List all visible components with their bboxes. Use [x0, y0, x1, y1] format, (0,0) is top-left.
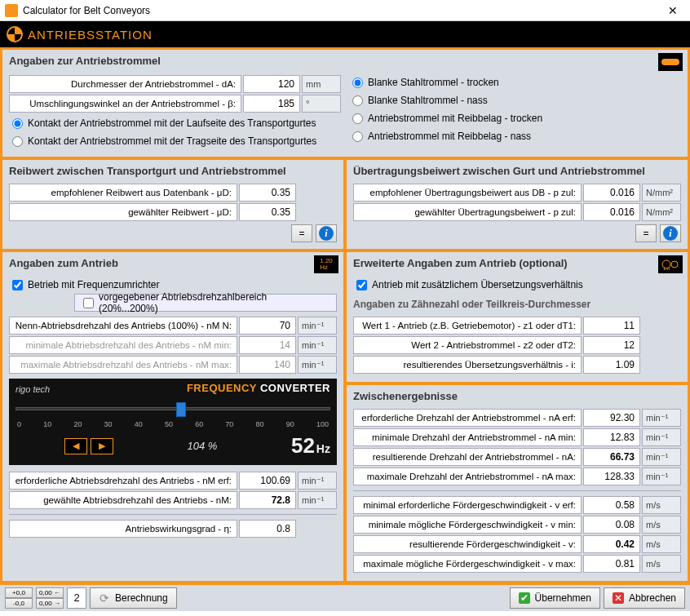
- panel-drive: Angaben zum Antrieb 1.20Hz Betrieb mit F…: [2, 251, 344, 582]
- trans-db-label: empfohlener Übertragungsbeiwert aus DB -…: [353, 184, 582, 202]
- res-na-value: 66.73: [583, 448, 640, 466]
- frequency-converter-widget: rigo tech FREQUENCY CONVERTER 0102030405…: [9, 379, 337, 465]
- trans-info-button[interactable]: i: [660, 224, 681, 242]
- brand-label: rigo tech: [15, 384, 50, 394]
- contact-run-side-radio[interactable]: [12, 118, 23, 129]
- required-speed-label: erforderliche Abtriebsdrehzahl des Antri…: [9, 472, 237, 490]
- res-na-label: resultierende Drehzahl der Antriebstromm…: [353, 448, 582, 466]
- z2-input[interactable]: [583, 336, 640, 354]
- surface-steel-dry-radio[interactable]: [352, 78, 363, 88]
- x-icon: ✕: [613, 592, 624, 604]
- apply-button[interactable]: ✔ Übernehmen: [510, 587, 600, 609]
- trans-equal-button[interactable]: =: [635, 224, 657, 242]
- res-na-min-value: 12.83: [583, 428, 640, 446]
- app-icon: [5, 4, 18, 17]
- drum-icon: [658, 53, 683, 71]
- info-icon: i: [319, 226, 334, 241]
- friction-info-button[interactable]: i: [316, 224, 337, 242]
- efficiency-input[interactable]: [239, 520, 296, 538]
- freq-percent: 104 %: [188, 440, 218, 452]
- chosen-speed-input[interactable]: [239, 491, 296, 509]
- preset-range-checkbox[interactable]: [83, 298, 94, 308]
- frequency-slider[interactable]: [15, 399, 330, 419]
- wrap-angle-unit: °: [302, 95, 341, 113]
- speed-unit: min⁻¹: [298, 317, 337, 335]
- friction-chosen-label: gewählter Reibwert - μD:: [9, 203, 237, 221]
- res-v-label: resultierende Fördergeschwindigkeit - v:: [353, 535, 582, 553]
- trans-db-value: 0.016: [583, 184, 640, 202]
- surface-steel-wet-label: Blanke Stahltrommel - nass: [368, 95, 488, 106]
- diameter-input[interactable]: [243, 75, 300, 93]
- contact-carry-side-label: Kontakt der Antriebstrommel mit der Trag…: [28, 135, 316, 147]
- surface-lagging-wet-radio[interactable]: [352, 131, 363, 142]
- info-icon: i: [663, 226, 678, 241]
- nominal-speed-input[interactable]: [239, 317, 296, 335]
- precision-less-button[interactable]: 0,00 ←: [36, 587, 64, 598]
- res-na-min-label: minimale Drehzahl der Antriebstrommel - …: [353, 428, 582, 446]
- gear-ratio-icon: 1:n: [658, 255, 683, 273]
- ratio-label: resultierendes Übersetzungsverhältnis - …: [353, 356, 582, 374]
- res-na-max-value: 128.33: [583, 468, 640, 485]
- res-v-req-value: 0.58: [583, 496, 640, 514]
- section-header: ANTRIEBSSTATION: [0, 21, 690, 47]
- header-title: ANTRIEBSSTATION: [28, 28, 153, 42]
- panel-title: Zwischenergebnisse: [353, 390, 681, 402]
- panel-drive-extended: Erweiterte Angaben zum Antrieb (optional…: [346, 251, 688, 383]
- panel-transmission: Übertragungsbeiwert zwischen Gurt und An…: [346, 159, 688, 250]
- surface-steel-dry-label: Blanke Stahltrommel - trocken: [368, 77, 499, 88]
- speed-unit: min⁻¹: [298, 491, 337, 509]
- precision-more-button[interactable]: 0,00 →: [36, 598, 64, 609]
- res-na-max-label: maximale Drehzahl der Antriebstrommel - …: [353, 468, 582, 485]
- friction-chosen-input[interactable]: [239, 203, 296, 221]
- z1-input[interactable]: [583, 317, 640, 335]
- precision-dec-button[interactable]: -0,0: [5, 598, 33, 609]
- diameter-label: Durchmesser der Antriebstrommel - dA:: [9, 75, 241, 93]
- surface-steel-wet-radio[interactable]: [352, 95, 363, 106]
- friction-db-label: empfohlener Reibwert aus Datenbank - μD:: [9, 184, 237, 202]
- cancel-button[interactable]: ✕ Abbrechen: [604, 587, 685, 609]
- res-v-req-label: minimal erforderliche Fördergeschwindigk…: [353, 496, 582, 514]
- efficiency-label: Antriebswirkungsgrad - η:: [9, 520, 237, 538]
- z2-label: Wert 2 - Antriebstrommel - z2 oder dT2:: [353, 336, 582, 354]
- surface-lagging-dry-radio[interactable]: [352, 113, 363, 124]
- calculate-button[interactable]: ⟳ Berechnung: [90, 587, 177, 609]
- extra-ratio-checkbox[interactable]: [356, 280, 367, 290]
- surface-lagging-dry-label: Antriebstrommel mit Reibbelag - trocken: [368, 113, 542, 124]
- close-icon[interactable]: ✕: [661, 4, 685, 17]
- panel-title: Reibwert zwischen Transportgurt und Antr…: [9, 165, 337, 177]
- check-icon: ✔: [519, 592, 530, 604]
- friction-equal-button[interactable]: =: [291, 224, 312, 242]
- svg-point-3: [671, 261, 678, 268]
- use-vfd-checkbox[interactable]: [12, 280, 23, 290]
- trans-unit: N/mm²: [642, 203, 681, 221]
- panel-title: Angaben zur Antriebstrommel: [9, 55, 681, 67]
- res-v-max-label: maximale mögliche Fördergeschwindigkeit …: [353, 555, 582, 573]
- res-v-min-label: minimale mögliche Fördergeschwindigkeit …: [353, 516, 582, 534]
- svg-text:1:n: 1:n: [663, 266, 670, 271]
- min-speed-label: minimale Abtriebsdrehzahl des Antriebs -…: [9, 336, 237, 354]
- chosen-speed-label: gewählte Abtriebsdrehzahl des Antriebs -…: [9, 491, 237, 509]
- speed-unit: min⁻¹: [298, 336, 337, 354]
- sub-title: Angaben zu Zähnezahl oder Teilkreis-Durc…: [353, 299, 681, 310]
- svg-rect-1: [661, 59, 679, 65]
- min-speed-value: 14: [239, 336, 296, 354]
- precision-inc-button[interactable]: +0,0: [5, 587, 33, 598]
- z1-label: Wert 1 - Antrieb (z.B. Getriebemotor) - …: [353, 317, 582, 335]
- slider-ticks: 0102030405060708090100: [15, 420, 330, 428]
- contact-carry-side-radio[interactable]: [12, 136, 23, 147]
- wrap-angle-input[interactable]: [243, 95, 300, 113]
- fc-title: FREQUENCY CONVERTER: [187, 382, 330, 394]
- preset-range-label: vorgegebener Abtriebsdrehzahlbereich (20…: [99, 291, 328, 314]
- max-speed-label: maximale Abtriebsdrehzahl des Antriebs -…: [9, 356, 237, 374]
- refresh-icon: ⟳: [99, 592, 110, 604]
- freq-decrease-button[interactable]: ◀: [64, 438, 87, 454]
- nominal-speed-label: Nenn-Abtriebsdrehzahl des Antriebs (100%…: [9, 317, 237, 335]
- surface-lagging-wet-label: Antriebstrommel mit Reibbelag - nass: [368, 131, 531, 142]
- freq-increase-button[interactable]: ▶: [91, 438, 113, 454]
- trans-chosen-input[interactable]: [583, 203, 640, 221]
- panel-title: Erweiterte Angaben zum Antrieb (optional…: [353, 257, 681, 269]
- contact-run-side-label: Kontakt der Antriebstrommel mit der Lauf…: [28, 117, 316, 129]
- friction-db-value: 0.35: [239, 184, 296, 202]
- res-v-min-value: 0.08: [583, 516, 640, 534]
- max-speed-value: 140: [239, 356, 296, 374]
